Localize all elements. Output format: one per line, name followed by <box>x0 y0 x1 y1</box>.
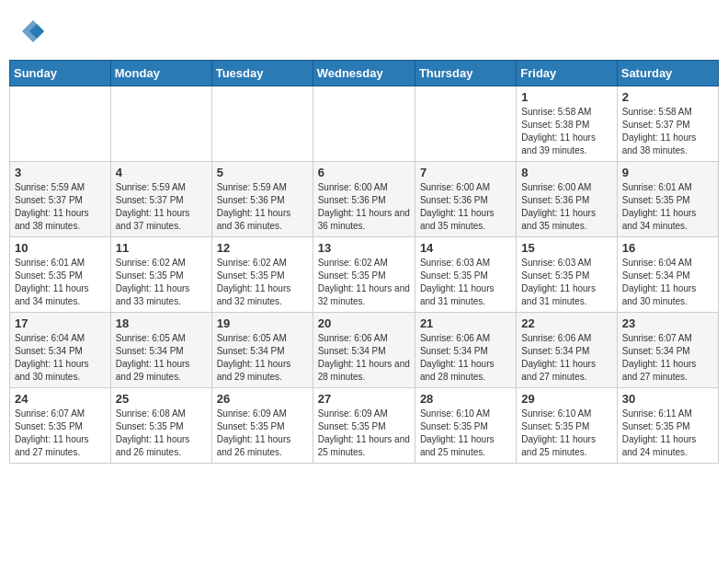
logo <box>18 18 46 48</box>
calendar-cell: 13Sunrise: 6:02 AMSunset: 5:35 PMDayligh… <box>313 237 415 313</box>
day-number: 24 <box>15 392 106 406</box>
day-info: Sunrise: 5:58 AMSunset: 5:38 PMDaylight:… <box>521 106 611 157</box>
calendar-cell: 3Sunrise: 5:59 AMSunset: 5:37 PMDaylight… <box>10 162 111 237</box>
day-info: Sunrise: 6:10 AMSunset: 5:35 PMDaylight:… <box>420 408 511 459</box>
day-info: Sunrise: 6:06 AMSunset: 5:34 PMDaylight:… <box>521 332 611 384</box>
day-info: Sunrise: 6:02 AMSunset: 5:35 PMDaylight:… <box>217 257 308 308</box>
day-info: Sunrise: 6:07 AMSunset: 5:35 PMDaylight:… <box>15 408 106 459</box>
calendar-cell: 21Sunrise: 6:06 AMSunset: 5:34 PMDayligh… <box>415 313 516 388</box>
calendar-cell: 6Sunrise: 6:00 AMSunset: 5:36 PMDaylight… <box>313 162 415 237</box>
calendar-cell: 28Sunrise: 6:10 AMSunset: 5:35 PMDayligh… <box>415 388 516 464</box>
day-number: 27 <box>318 392 410 406</box>
calendar-cell: 25Sunrise: 6:08 AMSunset: 5:35 PMDayligh… <box>110 388 211 464</box>
calendar-cell: 29Sunrise: 6:10 AMSunset: 5:35 PMDayligh… <box>517 388 617 464</box>
day-number: 11 <box>116 241 207 255</box>
day-info: Sunrise: 6:02 AMSunset: 5:35 PMDaylight:… <box>318 257 410 308</box>
calendar-day-header: Sunday <box>10 61 111 86</box>
day-info: Sunrise: 6:03 AMSunset: 5:35 PMDaylight:… <box>420 257 511 308</box>
day-number: 9 <box>622 166 713 179</box>
day-number: 19 <box>217 316 308 330</box>
day-info: Sunrise: 6:06 AMSunset: 5:34 PMDaylight:… <box>420 332 511 384</box>
day-info: Sunrise: 6:11 AMSunset: 5:35 PMDaylight:… <box>622 408 713 459</box>
day-info: Sunrise: 6:01 AMSunset: 5:35 PMDaylight:… <box>622 181 713 233</box>
day-number: 13 <box>318 241 410 255</box>
day-number: 6 <box>318 166 410 179</box>
day-number: 12 <box>217 241 308 255</box>
day-number: 23 <box>622 316 713 330</box>
calendar-cell: 8Sunrise: 6:00 AMSunset: 5:36 PMDaylight… <box>517 162 617 237</box>
day-info: Sunrise: 6:09 AMSunset: 5:35 PMDaylight:… <box>318 408 410 459</box>
calendar-cell: 15Sunrise: 6:03 AMSunset: 5:35 PMDayligh… <box>517 237 617 313</box>
day-number: 5 <box>217 166 308 179</box>
day-number: 15 <box>521 241 611 255</box>
day-info: Sunrise: 6:08 AMSunset: 5:35 PMDaylight:… <box>116 408 207 459</box>
day-info: Sunrise: 6:04 AMSunset: 5:34 PMDaylight:… <box>15 332 106 384</box>
day-info: Sunrise: 6:01 AMSunset: 5:35 PMDaylight:… <box>15 257 106 308</box>
calendar-day-header: Thursday <box>415 61 516 86</box>
calendar-cell: 2Sunrise: 5:58 AMSunset: 5:37 PMDaylight… <box>617 86 718 162</box>
day-number: 20 <box>318 316 410 330</box>
calendar-day-header: Friday <box>517 61 617 86</box>
day-info: Sunrise: 6:06 AMSunset: 5:34 PMDaylight:… <box>318 332 410 384</box>
day-number: 30 <box>622 392 713 406</box>
day-info: Sunrise: 5:59 AMSunset: 5:37 PMDaylight:… <box>15 181 106 233</box>
day-number: 2 <box>622 90 713 104</box>
day-number: 29 <box>521 392 611 406</box>
day-number: 10 <box>15 241 106 255</box>
day-number: 4 <box>116 166 207 179</box>
calendar-cell: 12Sunrise: 6:02 AMSunset: 5:35 PMDayligh… <box>211 237 313 313</box>
day-info: Sunrise: 6:09 AMSunset: 5:35 PMDaylight:… <box>217 408 308 459</box>
calendar-cell: 26Sunrise: 6:09 AMSunset: 5:35 PMDayligh… <box>211 388 313 464</box>
day-number: 28 <box>420 392 511 406</box>
calendar-cell <box>211 86 313 162</box>
page-header <box>9 9 719 52</box>
day-info: Sunrise: 6:00 AMSunset: 5:36 PMDaylight:… <box>318 181 410 233</box>
calendar-week-row: 1Sunrise: 5:58 AMSunset: 5:38 PMDaylight… <box>10 86 719 162</box>
calendar-week-row: 24Sunrise: 6:07 AMSunset: 5:35 PMDayligh… <box>10 388 719 464</box>
day-number: 26 <box>217 392 308 406</box>
calendar-day-header: Monday <box>110 61 211 86</box>
calendar-cell: 22Sunrise: 6:06 AMSunset: 5:34 PMDayligh… <box>517 313 617 388</box>
calendar-cell: 7Sunrise: 6:00 AMSunset: 5:36 PMDaylight… <box>415 162 516 237</box>
day-info: Sunrise: 5:58 AMSunset: 5:37 PMDaylight:… <box>622 106 713 157</box>
calendar-cell: 1Sunrise: 5:58 AMSunset: 5:38 PMDaylight… <box>517 86 617 162</box>
calendar-cell: 5Sunrise: 5:59 AMSunset: 5:36 PMDaylight… <box>211 162 313 237</box>
calendar-day-header: Saturday <box>617 61 718 86</box>
day-number: 3 <box>15 166 106 179</box>
day-number: 14 <box>420 241 511 255</box>
calendar-cell: 23Sunrise: 6:07 AMSunset: 5:34 PMDayligh… <box>617 313 718 388</box>
day-number: 16 <box>622 241 713 255</box>
day-info: Sunrise: 5:59 AMSunset: 5:36 PMDaylight:… <box>217 181 308 233</box>
calendar-week-row: 3Sunrise: 5:59 AMSunset: 5:37 PMDaylight… <box>10 162 719 237</box>
calendar-cell <box>110 86 211 162</box>
day-info: Sunrise: 6:04 AMSunset: 5:34 PMDaylight:… <box>622 257 713 308</box>
day-number: 8 <box>521 166 611 179</box>
day-number: 22 <box>521 316 611 330</box>
day-info: Sunrise: 5:59 AMSunset: 5:37 PMDaylight:… <box>116 181 207 233</box>
calendar-cell <box>415 86 516 162</box>
calendar-table: SundayMondayTuesdayWednesdayThursdayFrid… <box>9 60 719 464</box>
day-info: Sunrise: 6:03 AMSunset: 5:35 PMDaylight:… <box>521 257 611 308</box>
day-number: 21 <box>420 316 511 330</box>
day-info: Sunrise: 6:07 AMSunset: 5:34 PMDaylight:… <box>622 332 713 384</box>
calendar-cell: 10Sunrise: 6:01 AMSunset: 5:35 PMDayligh… <box>10 237 111 313</box>
calendar-cell: 27Sunrise: 6:09 AMSunset: 5:35 PMDayligh… <box>313 388 415 464</box>
day-number: 17 <box>15 316 106 330</box>
logo-icon <box>20 18 46 48</box>
calendar-cell: 30Sunrise: 6:11 AMSunset: 5:35 PMDayligh… <box>617 388 718 464</box>
calendar-cell: 16Sunrise: 6:04 AMSunset: 5:34 PMDayligh… <box>617 237 718 313</box>
calendar-cell: 18Sunrise: 6:05 AMSunset: 5:34 PMDayligh… <box>110 313 211 388</box>
calendar-cell: 20Sunrise: 6:06 AMSunset: 5:34 PMDayligh… <box>313 313 415 388</box>
calendar-cell: 14Sunrise: 6:03 AMSunset: 5:35 PMDayligh… <box>415 237 516 313</box>
day-info: Sunrise: 6:05 AMSunset: 5:34 PMDaylight:… <box>217 332 308 384</box>
day-info: Sunrise: 6:00 AMSunset: 5:36 PMDaylight:… <box>420 181 511 233</box>
calendar-cell: 11Sunrise: 6:02 AMSunset: 5:35 PMDayligh… <box>110 237 211 313</box>
calendar-cell: 9Sunrise: 6:01 AMSunset: 5:35 PMDaylight… <box>617 162 718 237</box>
calendar-cell: 19Sunrise: 6:05 AMSunset: 5:34 PMDayligh… <box>211 313 313 388</box>
calendar-cell: 4Sunrise: 5:59 AMSunset: 5:37 PMDaylight… <box>110 162 211 237</box>
calendar-cell <box>313 86 415 162</box>
day-number: 25 <box>116 392 207 406</box>
day-info: Sunrise: 6:05 AMSunset: 5:34 PMDaylight:… <box>116 332 207 384</box>
calendar-day-header: Wednesday <box>313 61 415 86</box>
day-info: Sunrise: 6:02 AMSunset: 5:35 PMDaylight:… <box>116 257 207 308</box>
